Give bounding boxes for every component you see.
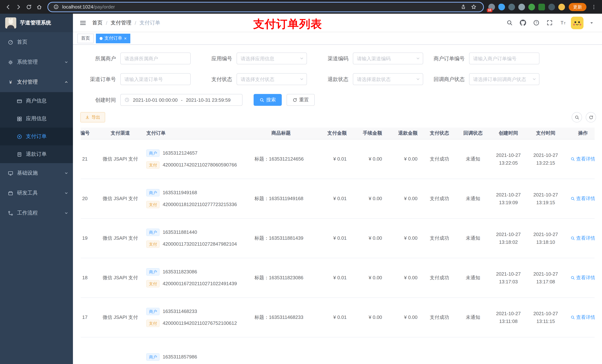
notify-status-filter[interactable] — [469, 73, 539, 85]
sidebar-item-infra[interactable]: 基础设施 — [0, 163, 73, 183]
export-button[interactable]: 导出 — [80, 112, 105, 123]
merchant-order-no-filter-input — [469, 52, 539, 64]
merchant-order-no-filter[interactable] — [469, 52, 539, 64]
merchant-tag: 商户 — [146, 229, 160, 236]
question-icon[interactable]: ? — [531, 18, 541, 28]
pay-status-filter-input — [236, 73, 307, 85]
search-icon — [570, 196, 575, 201]
font-size-icon[interactable]: TT — [558, 18, 568, 28]
filter-label: 支付状态 — [197, 73, 236, 85]
table-row: 20 微信 JSAPI 支付 商户1635311949168 支付4200001… — [81, 179, 595, 218]
filter-label: 所属商户 — [80, 52, 120, 64]
back-icon[interactable] — [3, 2, 13, 12]
sidebar-item-app-info[interactable]: 应用信息 — [0, 110, 73, 128]
app-no-filter[interactable] — [236, 52, 307, 64]
view-detail-link[interactable]: 查看详情 — [570, 235, 595, 241]
filter-label: 回调商户状态 — [429, 73, 469, 85]
site-info-icon[interactable] — [53, 3, 59, 10]
filter-label: 渠道编码 — [313, 52, 353, 64]
refund-status-filter[interactable] — [353, 73, 423, 85]
view-detail-link[interactable]: 查看详情 — [570, 156, 595, 162]
extension-chat-icon[interactable] — [538, 3, 545, 10]
monitor-icon — [7, 170, 13, 176]
chevron-down-icon — [532, 77, 537, 81]
close-icon[interactable]: × — [124, 36, 127, 41]
filter-label: 应用编号 — [197, 52, 236, 64]
merchant-tag: 商户 — [146, 268, 160, 275]
extension-face-icon[interactable] — [558, 3, 565, 10]
user-avatar[interactable] — [571, 16, 583, 29]
create-time-range[interactable]: 2021-10-01 00:00:00 - 2021-10-31 23:59:5… — [120, 94, 243, 106]
toolbox-icon — [7, 190, 13, 196]
forward-icon[interactable] — [13, 2, 24, 12]
filter-label: 退款状态 — [313, 73, 353, 85]
chrome-menu-icon[interactable] — [589, 2, 599, 12]
merchant-filter[interactable] — [120, 52, 191, 64]
extension-grey-icon[interactable] — [518, 3, 525, 10]
sidebar: 芋道管理系统 首页 系统管理 ¥ 支付管理 商户信息 — [0, 14, 73, 364]
view-detail-link[interactable]: 查看详情 — [570, 195, 595, 202]
browser-toolbar: localhost:1024/pay/order 10 更新 — [0, 0, 602, 14]
orders-table: 编号 支付渠道 支付订单 商品标题 支付金额 手续金额 退款金额 支付状态 回调… — [81, 128, 595, 364]
tab-pay-order[interactable]: 支付订单 × — [96, 33, 130, 43]
fullscreen-icon[interactable] — [544, 18, 555, 28]
app-logo-row[interactable]: 芋道管理系统 — [0, 14, 73, 32]
bookmark-star-icon[interactable] — [468, 2, 479, 12]
extension-dark-icon[interactable] — [508, 3, 515, 10]
channel-order-no-filter[interactable] — [120, 73, 191, 85]
sidebar-item-merchant-info[interactable]: 商户信息 — [0, 92, 73, 110]
extension-pin-icon[interactable] — [548, 3, 555, 10]
view-detail-link[interactable]: 查看详情 — [570, 314, 595, 321]
pay-tag: 支付 — [146, 240, 160, 248]
chevron-down-icon — [64, 60, 68, 64]
grid-icon — [16, 116, 22, 122]
hamburger-icon[interactable] — [79, 19, 87, 27]
search-icon[interactable] — [504, 18, 515, 28]
app-logo — [5, 17, 16, 29]
reset-button[interactable]: 重置 — [287, 94, 315, 106]
home-icon[interactable] — [34, 2, 44, 12]
table-row: 商户1635311857986 — [81, 337, 595, 364]
refund-status-filter-input — [353, 73, 423, 85]
svg-text:?: ? — [535, 21, 537, 25]
breadcrumb-payment[interactable]: 支付管理 — [111, 20, 131, 26]
chevron-down-icon — [64, 211, 68, 215]
share-icon[interactable] — [458, 2, 468, 12]
sidebar-item-home[interactable]: 首页 — [0, 32, 73, 52]
chrome-update-button[interactable]: 更新 — [569, 3, 586, 11]
table-header-row: 编号 支付渠道 支付订单 商品标题 支付金额 手续金额 退款金额 支付状态 回调… — [81, 128, 595, 139]
extension-check-icon[interactable] — [528, 3, 535, 10]
sidebar-item-dev-tools[interactable]: 研发工具 — [0, 183, 73, 203]
svg-text:¥: ¥ — [9, 80, 12, 84]
chevron-down-icon — [64, 191, 68, 195]
merchant-tag: 商户 — [146, 189, 160, 196]
app-title: 芋道管理系统 — [20, 20, 51, 26]
chevron-down-icon — [416, 56, 420, 61]
breadcrumb-home[interactable]: 首页 — [92, 20, 103, 26]
sidebar-item-system[interactable]: 系统管理 — [0, 52, 73, 72]
sidebar-item-payment[interactable]: ¥ 支付管理 — [0, 72, 73, 92]
filter-label: 创建时间 — [80, 94, 120, 106]
pay-status-filter[interactable] — [236, 73, 307, 85]
dashboard-icon — [7, 39, 13, 45]
reload-icon[interactable] — [24, 2, 34, 12]
table-row: 21 微信 JSAPI 支付 商户1635312124657 支付4200001… — [81, 139, 595, 179]
channel-code-filter-input — [353, 52, 423, 64]
caret-down-icon[interactable] — [586, 18, 597, 28]
extension-drop-icon[interactable] — [498, 3, 505, 10]
tab-home[interactable]: 首页 — [77, 33, 94, 43]
sidebar-item-pay-order[interactable]: 支付订单 — [0, 128, 73, 145]
extensions-area: 10 — [488, 3, 565, 10]
extension-icon[interactable]: 10 — [488, 3, 495, 10]
channel-code-filter[interactable] — [353, 52, 423, 64]
refresh-button[interactable] — [586, 112, 596, 123]
hide-search-button[interactable] — [572, 112, 582, 123]
sidebar-item-workflow[interactable]: 工作流程 — [0, 203, 73, 223]
search-button[interactable]: 搜索 — [254, 94, 282, 106]
sidebar-item-refund-order[interactable]: 退款订单 — [0, 145, 73, 163]
github-icon[interactable] — [517, 18, 528, 28]
breadcrumb: 首页 / 支付管理 / 支付订单 — [92, 20, 160, 26]
target-icon — [16, 134, 22, 139]
address-bar[interactable]: localhost:1024/pay/order — [47, 2, 484, 12]
view-detail-link[interactable]: 查看详情 — [570, 274, 595, 281]
